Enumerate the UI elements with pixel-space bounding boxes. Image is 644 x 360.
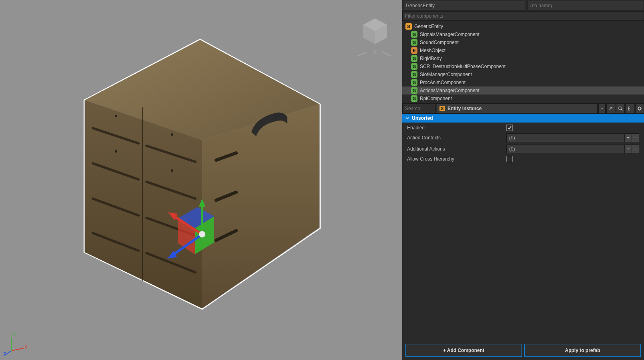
inspector-header: GenericEntity (no name) bbox=[402, 0, 644, 11]
tree-item-label: SlotManagerComponent bbox=[420, 72, 472, 77]
prop-enabled: Enabled bbox=[402, 123, 644, 132]
section-title: Unsorted bbox=[412, 115, 433, 121]
tree-item[interactable]: GProcAnimComponent bbox=[402, 78, 644, 86]
prop-label: Action Contexts bbox=[407, 135, 506, 141]
badge-script-icon: S bbox=[405, 23, 412, 30]
component-tree: S GenericEntity GSignalsManagerComponent… bbox=[402, 21, 644, 103]
tree-item-label: RigidBody bbox=[420, 56, 442, 61]
svg-text:Y: Y bbox=[12, 333, 16, 338]
svg-text:X: X bbox=[25, 344, 27, 350]
tree-item[interactable]: GActionsManagerComponent bbox=[402, 86, 644, 95]
svg-text:Z: Z bbox=[3, 352, 6, 357]
property-list: Enabled Action Contexts (0) + − bbox=[402, 123, 644, 164]
svg-point-31 bbox=[619, 107, 621, 109]
remove-item-button[interactable]: − bbox=[632, 145, 639, 153]
add-component-button[interactable]: + Add Component bbox=[405, 344, 522, 357]
count-value: (0) bbox=[507, 134, 624, 142]
action-contexts-field[interactable]: (0) + − bbox=[506, 133, 639, 142]
entity-instance-dropdown[interactable]: S Entity instance bbox=[437, 104, 598, 113]
additional-actions-field[interactable]: (0) + − bbox=[506, 145, 639, 153]
tree-item-label: SoundComponent bbox=[420, 40, 459, 45]
apply-to-prefab-button[interactable]: Apply to prefab bbox=[524, 344, 641, 357]
badge-g-icon: G bbox=[411, 55, 417, 62]
badge-g-icon: G bbox=[411, 31, 417, 38]
inspector-footer: + Add Component Apply to prefab bbox=[402, 341, 644, 360]
instance-dropdown-toggle[interactable] bbox=[598, 104, 606, 113]
hierarchy-icon[interactable] bbox=[626, 104, 634, 113]
entity-name-field[interactable]: (no name) bbox=[528, 1, 643, 10]
component-filter-input[interactable] bbox=[402, 11, 644, 21]
badge-g-icon: G bbox=[411, 63, 417, 70]
tree-item-label: MeshObject bbox=[420, 48, 445, 53]
property-toolbar: S Entity instance bbox=[402, 103, 644, 114]
prop-additional-actions: Additional Actions (0) + − bbox=[402, 143, 644, 155]
tree-item-label: ActionsManagerComponent bbox=[420, 88, 479, 93]
open-external-icon[interactable] bbox=[606, 104, 615, 113]
scene-canvas[interactable] bbox=[0, 0, 402, 360]
inspector-panel: GenericEntity (no name) S GenericEntity … bbox=[402, 0, 644, 360]
search-icon[interactable] bbox=[616, 104, 625, 113]
svg-point-11 bbox=[115, 150, 117, 153]
prop-label: Enabled bbox=[407, 125, 506, 131]
badge-g-icon: G bbox=[411, 87, 417, 94]
tree-item[interactable]: GSCR_DestructionMultiPhaseComponent bbox=[402, 62, 644, 70]
section-unsorted[interactable]: Unsorted bbox=[402, 114, 644, 123]
badge-g-icon: G bbox=[411, 79, 417, 86]
tree-item-label: SignalsManagerComponent bbox=[420, 32, 479, 37]
badge-g-icon: G bbox=[411, 95, 417, 102]
svg-point-12 bbox=[171, 169, 173, 172]
viewport-3d[interactable]: N X Y Z bbox=[0, 0, 402, 360]
svg-line-32 bbox=[621, 109, 622, 111]
tree-root-label: GenericEntity bbox=[414, 24, 443, 29]
tree-item[interactable]: EMeshObject bbox=[402, 46, 644, 54]
tree-item-label: ProcAnimComponent bbox=[420, 80, 465, 85]
tree-item-label: RplComponent bbox=[420, 96, 452, 101]
gear-icon[interactable] bbox=[635, 104, 644, 113]
tree-item[interactable]: GSignalsManagerComponent bbox=[402, 30, 644, 38]
svg-line-23 bbox=[382, 52, 391, 56]
badge-g-icon: G bbox=[411, 71, 417, 78]
tree-item[interactable]: GRplComponent bbox=[402, 95, 644, 103]
crate-right bbox=[202, 104, 319, 308]
component-filter[interactable] bbox=[402, 11, 644, 21]
tree-item[interactable]: GSlotManagerComponent bbox=[402, 70, 644, 78]
property-search-input[interactable] bbox=[402, 104, 436, 113]
compass-indicator: N bbox=[354, 48, 394, 60]
view-cube[interactable] bbox=[359, 16, 391, 48]
tree-item-label: SCR_DestructionMultiPhaseComponent bbox=[420, 64, 506, 69]
tree-item[interactable]: GSoundComponent bbox=[402, 38, 644, 46]
tree-root[interactable]: S GenericEntity bbox=[402, 22, 644, 30]
prop-action-contexts: Action Contexts (0) + − bbox=[402, 132, 644, 143]
badge-script-icon: S bbox=[439, 106, 445, 111]
remove-item-button[interactable]: − bbox=[632, 134, 639, 142]
prop-label: Additional Actions bbox=[407, 146, 506, 152]
enabled-checkbox[interactable] bbox=[506, 125, 513, 131]
chevron-down-icon bbox=[405, 116, 409, 120]
svg-point-33 bbox=[639, 108, 640, 109]
add-item-button[interactable]: + bbox=[624, 134, 632, 142]
world-axes: X Y Z bbox=[3, 333, 27, 357]
tree-item[interactable]: GRigidBody bbox=[402, 54, 644, 62]
prop-label: Allow Cross Hierarchy bbox=[407, 156, 506, 162]
add-item-button[interactable]: + bbox=[624, 145, 632, 153]
svg-text:N: N bbox=[373, 49, 376, 55]
entity-type-chip[interactable]: GenericEntity bbox=[403, 1, 526, 10]
prop-allow-cross-hierarchy: Allow Cross Hierarchy bbox=[402, 155, 644, 163]
allow-cross-checkbox[interactable] bbox=[506, 156, 513, 162]
svg-point-10 bbox=[171, 133, 173, 136]
svg-line-25 bbox=[11, 348, 24, 351]
svg-line-22 bbox=[357, 52, 366, 56]
count-value: (0) bbox=[507, 145, 624, 153]
badge-g-icon: G bbox=[411, 39, 417, 46]
badge-e-icon: E bbox=[411, 47, 417, 54]
entity-instance-label: Entity instance bbox=[447, 106, 481, 111]
svg-point-9 bbox=[115, 115, 117, 117]
gizmo-origin[interactable] bbox=[199, 231, 205, 237]
